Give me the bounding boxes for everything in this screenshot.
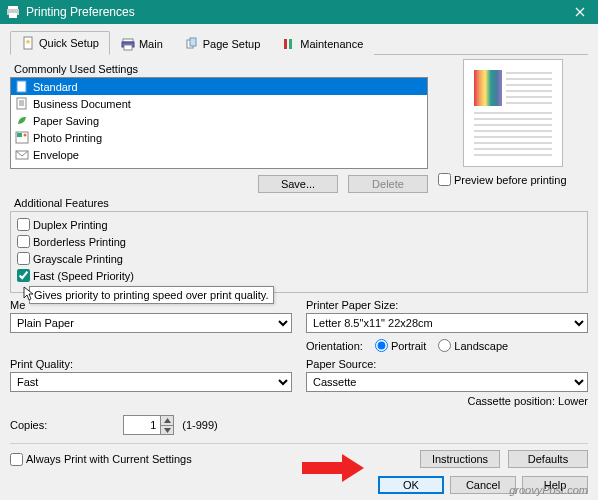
photo-icon (15, 131, 29, 144)
commonly-used-list[interactable]: Standard Business Document Paper Saving … (10, 77, 428, 169)
fast-row[interactable]: Fast (Speed Priority) (17, 269, 581, 282)
pages-icon (185, 37, 199, 51)
tab-page-setup[interactable]: Page Setup (174, 31, 272, 55)
tab-maintenance[interactable]: Maintenance (271, 31, 374, 55)
tab-main[interactable]: Main (110, 31, 174, 55)
cursor-arrow-icon (23, 286, 35, 302)
printer-icon (6, 5, 20, 19)
commonly-used-label: Commonly Used Settings (14, 63, 428, 75)
paper-source-select[interactable]: Cassette (306, 372, 588, 392)
svg-rect-0 (8, 6, 18, 9)
tab-label: Page Setup (203, 38, 261, 50)
media-type-select[interactable]: Plain Paper (10, 313, 292, 333)
list-item[interactable]: Photo Printing (11, 129, 427, 146)
portrait-radio-row[interactable]: Portrait (375, 339, 426, 352)
borderless-checkbox[interactable] (17, 235, 30, 248)
spin-up[interactable] (160, 416, 173, 425)
tab-quick-setup[interactable]: Quick Setup (10, 31, 110, 55)
title-bar: Printing Preferences (0, 0, 598, 24)
list-item[interactable]: Envelope (11, 146, 427, 163)
doc-icon (15, 80, 29, 93)
duplex-checkbox[interactable] (17, 218, 30, 231)
cancel-button[interactable]: Cancel (450, 476, 516, 494)
copies-input[interactable] (124, 416, 160, 434)
preview-pane (463, 59, 563, 167)
fast-tooltip: Gives priority to printing speed over pr… (29, 286, 274, 304)
paper-source-label: Paper Source: (306, 358, 588, 370)
ok-button[interactable]: OK (378, 476, 444, 494)
tab-label: Main (139, 38, 163, 50)
always-print-row[interactable]: Always Print with Current Settings (10, 453, 192, 466)
defaults-button[interactable]: Defaults (508, 450, 588, 468)
tab-bar: Quick Setup Main Page Setup Maintenance (10, 30, 588, 55)
additional-features-box: Duplex Printing Borderless Printing Gray… (10, 211, 588, 293)
svg-rect-9 (284, 39, 287, 49)
list-item[interactable]: Business Document (11, 95, 427, 112)
borderless-row[interactable]: Borderless Printing (17, 235, 581, 248)
tools-icon (282, 37, 296, 51)
landscape-radio-row[interactable]: Landscape (438, 339, 508, 352)
tab-label: Maintenance (300, 38, 363, 50)
svg-rect-17 (17, 133, 22, 137)
copies-spinner[interactable] (123, 415, 174, 435)
instructions-button[interactable]: Instructions (420, 450, 500, 468)
svg-rect-11 (17, 81, 26, 92)
paper-size-label: Printer Paper Size: (306, 299, 588, 311)
orientation-label: Orientation: (306, 340, 363, 352)
preview-checkbox-row[interactable]: Preview before printing (438, 173, 588, 186)
fast-checkbox[interactable] (17, 269, 30, 282)
svg-rect-8 (190, 38, 196, 46)
leaf-icon (15, 114, 29, 127)
grayscale-row[interactable]: Grayscale Printing (17, 252, 581, 265)
doc-sparkle-icon (21, 36, 35, 50)
delete-button: Delete (348, 175, 428, 193)
preview-checkbox[interactable] (438, 173, 451, 186)
print-quality-label: Print Quality: (10, 358, 292, 370)
list-item[interactable]: Paper Saving (11, 112, 427, 129)
paper-size-select[interactable]: Letter 8.5"x11" 22x28cm (306, 313, 588, 333)
print-quality-select[interactable]: Fast (10, 372, 292, 392)
additional-features-label: Additional Features (14, 197, 588, 209)
envelope-icon (15, 148, 29, 161)
watermark: groovyPost.com (509, 484, 588, 496)
portrait-radio[interactable] (375, 339, 388, 352)
always-print-checkbox[interactable] (10, 453, 23, 466)
spin-down[interactable] (160, 425, 173, 434)
landscape-radio[interactable] (438, 339, 451, 352)
close-button[interactable] (562, 0, 598, 24)
svg-point-18 (24, 134, 27, 137)
svg-rect-10 (289, 39, 292, 49)
window-title: Printing Preferences (26, 5, 135, 19)
printer-small-icon (121, 37, 135, 51)
svg-rect-2 (9, 13, 17, 18)
svg-rect-6 (124, 45, 132, 50)
preview-checkbox-label: Preview before printing (454, 174, 567, 186)
red-arrow-annotation (302, 454, 364, 482)
doc-lines-icon (15, 97, 29, 110)
copies-label: Copies: (10, 419, 47, 431)
duplex-row[interactable]: Duplex Printing (17, 218, 581, 231)
tab-label: Quick Setup (39, 37, 99, 49)
grayscale-checkbox[interactable] (17, 252, 30, 265)
save-button[interactable]: Save... (258, 175, 338, 193)
cassette-position-text: Cassette position: Lower (306, 395, 588, 407)
list-item[interactable]: Standard (11, 78, 427, 95)
copies-range: (1-999) (182, 419, 217, 431)
